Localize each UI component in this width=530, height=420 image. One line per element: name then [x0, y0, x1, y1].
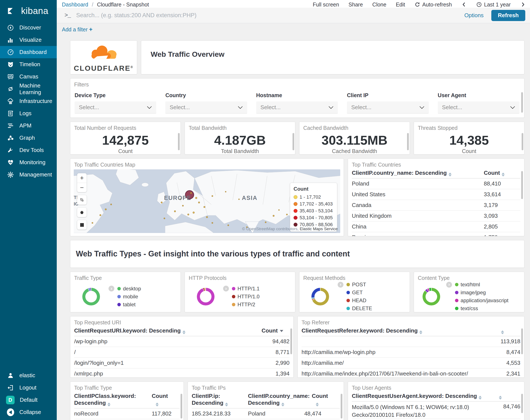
sidebar-item-user[interactable]: elastic — [0, 369, 57, 382]
time-back-button[interactable] — [461, 2, 467, 7]
panel-scrollbar[interactable] — [293, 133, 294, 150]
map-polygon-tool-button[interactable] — [77, 208, 87, 217]
chevron-left-icon — [461, 2, 467, 7]
map-zoom-in-button[interactable]: + — [77, 173, 87, 183]
hostname-select[interactable]: Select... — [256, 102, 338, 114]
column-header-referer[interactable]: ClientRequestReferer.keyword: Descending — [302, 327, 492, 334]
auto-refresh-button[interactable]: Auto-refresh — [415, 1, 452, 8]
panel-scrollbar[interactable] — [521, 92, 523, 113]
share-button[interactable]: Share — [349, 1, 363, 8]
panel-scrollbar[interactable] — [521, 329, 523, 354]
column-header-count[interactable]: Count — [152, 392, 180, 406]
sidebar-item-dev-tools[interactable]: Dev Tools — [0, 144, 57, 156]
table-row: Russia1,759 — [352, 232, 520, 236]
column-header-type[interactable]: ClientIPClass.keyword: Descending — [74, 392, 152, 406]
chevron-down-icon — [419, 106, 425, 109]
table-row: /wp-login.php94,482 — [74, 336, 290, 347]
map-traffic-dot — [110, 204, 112, 205]
map-canvas[interactable]: + − Count 1 - 17,702 — [74, 169, 340, 233]
sidebar-item-dashboard[interactable]: Dashboard — [0, 46, 57, 58]
legend-expand-icon[interactable]: › — [338, 282, 343, 288]
filter-client-ip: Client IP Select... — [347, 92, 428, 114]
column-header-count[interactable]: Count — [312, 392, 340, 406]
sidebar-item-graph[interactable]: Graph — [0, 132, 57, 144]
sidebar-item-management[interactable]: Management — [0, 168, 57, 181]
country-select[interactable]: Select... — [165, 102, 247, 114]
sidebar-spacer — [0, 181, 57, 369]
device-type-select[interactable]: Select... — [74, 102, 156, 114]
sidebar-item-infrastructure[interactable]: Infrastructure — [0, 95, 57, 107]
table-header: ClientRequestURI.keyword: Descending Cou… — [74, 326, 290, 336]
panel-scrollbar[interactable] — [290, 329, 292, 354]
sidebar-item-space-default[interactable]: D Default — [0, 394, 57, 406]
sidebar-item-label: Discover — [19, 24, 41, 31]
panel-scrollbar[interactable] — [407, 133, 409, 150]
sidebar-item-collapse[interactable]: Collapse — [0, 406, 57, 418]
search-input[interactable] — [76, 12, 464, 19]
column-header-count[interactable] — [492, 392, 520, 400]
traffic-type-donut-panel: Traffic Type ›desktop mobile tablet — [70, 272, 181, 312]
top-countries-panel: Top Traffic Countries ClientIP.country_n… — [348, 158, 524, 236]
refresh-button[interactable]: Refresh — [491, 10, 525, 21]
kibana-logo[interactable]: kibana — [0, 0, 57, 21]
panel-scrollbar[interactable] — [521, 394, 523, 413]
map-zoom-out-button[interactable]: − — [77, 183, 87, 192]
map-traffic-dot — [195, 197, 197, 199]
breadcrumb: Dashboard / Cloudflare - Snapshot — [62, 1, 149, 8]
panel-scrollbar[interactable] — [522, 133, 523, 150]
column-header-ip[interactable]: ClientIP.ip: Descending — [192, 392, 248, 406]
wrench-icon — [7, 147, 14, 154]
full-screen-button[interactable]: Full screen — [313, 1, 339, 8]
table-row: http://camilia.me/index.php/2017/06/17/w… — [302, 368, 520, 378]
sidebar-item-discover[interactable]: Discover — [0, 21, 57, 34]
sidebar-item-logs[interactable]: Logs — [0, 107, 57, 120]
sidebar-item-monitoring[interactable]: Monitoring — [0, 156, 57, 168]
options-link[interactable]: Options — [464, 12, 484, 19]
client-ip-select[interactable]: Select... — [347, 102, 428, 114]
column-header-count[interactable]: Count — [484, 169, 520, 177]
panel-scrollbar[interactable] — [180, 394, 182, 419]
request-methods-donut[interactable] — [311, 288, 329, 305]
http-protocols-donut[interactable] — [197, 288, 215, 305]
traffic-type-donut[interactable] — [82, 288, 100, 305]
sidebar-item-timelion[interactable]: Timelion — [0, 58, 57, 71]
sidebar-item-canvas[interactable]: Canvas — [0, 71, 57, 83]
sidebar-item-apm[interactable]: APM — [0, 120, 57, 132]
edit-button[interactable]: Edit — [396, 1, 405, 8]
map-rectangle-tool-button[interactable] — [77, 220, 87, 230]
panel-scrollbar[interactable] — [521, 171, 523, 199]
user-agent-select[interactable]: Select... — [438, 102, 519, 114]
column-header-country[interactable]: ClientIP.country_name: Descending — [248, 392, 312, 406]
sidebar-item-visualize[interactable]: Visualize — [0, 34, 57, 46]
dashboard-menu: Full screen Share Clone Edit Auto-refres… — [313, 1, 526, 8]
breadcrumb-separator: / — [92, 1, 93, 8]
panel-scrollbar[interactable] — [178, 133, 180, 150]
column-header-count[interactable] — [492, 327, 520, 334]
sidebar-item-logout[interactable]: Logout — [0, 382, 57, 394]
sidebar-item-machine-learning[interactable]: Machine Learning — [0, 83, 57, 95]
column-header-country[interactable]: ClientIP.country_name: Descending — [352, 169, 484, 177]
time-range-picker[interactable]: Last 1 year — [476, 1, 511, 8]
breadcrumb-dashboard-link[interactable]: Dashboard — [62, 1, 88, 8]
map-crop-tool-button[interactable] — [77, 195, 87, 205]
gauge-icon — [7, 49, 14, 56]
metric-label: Count — [70, 148, 180, 154]
map-traffic-dot — [182, 205, 184, 206]
map-traffic-dot — [187, 214, 189, 215]
sidebar-item-label: Dev Tools — [19, 147, 44, 153]
legend-expand-icon[interactable]: › — [223, 286, 229, 291]
table-row: /xmlrpc.php1,394 — [74, 368, 290, 378]
legend-bucket: 35,403 - 53,104 — [294, 208, 333, 214]
column-header-agent[interactable]: ClientRequestUserAgent.keyword: Descendi… — [352, 392, 492, 400]
table-row: 113,918 — [302, 336, 520, 347]
clone-button[interactable]: Clone — [372, 1, 386, 8]
legend-expand-icon[interactable]: › — [109, 286, 114, 291]
column-header-uri[interactable]: ClientRequestURI.keyword: Descending — [74, 327, 262, 334]
time-forward-button[interactable] — [520, 2, 526, 7]
content-type-donut[interactable] — [423, 288, 440, 305]
column-header-count[interactable]: Count — [262, 327, 290, 334]
legend-expand-icon[interactable]: › — [446, 282, 452, 288]
top-referer-panel: Top Referer ClientRequestReferer.keyword… — [297, 316, 524, 378]
add-filter-button[interactable]: Add a filter + — [62, 26, 92, 33]
panel-scrollbar[interactable] — [341, 394, 342, 419]
